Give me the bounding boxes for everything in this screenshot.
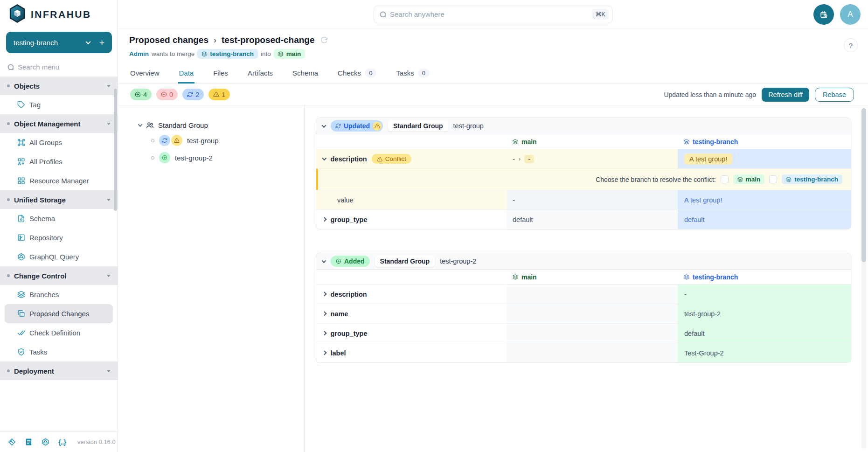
diff-column-headers: main testing-branch: [316, 270, 851, 284]
reload-icon[interactable]: [320, 36, 328, 44]
tab-data[interactable]: Data: [178, 64, 195, 83]
sidebar-item-branches[interactable]: Branches: [0, 285, 118, 304]
sidebar-item-all-profiles[interactable]: All Profiles: [0, 152, 118, 171]
user-avatar[interactable]: A: [840, 4, 861, 25]
refresh-icon: [335, 123, 341, 129]
add-branch-icon[interactable]: +: [99, 38, 104, 47]
attribute-toggle-description[interactable]: description: [316, 285, 507, 304]
resolve-main-checkbox[interactable]: [721, 175, 729, 183]
nav-group-object-management[interactable]: Object Management: [0, 114, 118, 133]
sidebar-item-artifact[interactable]: Artifact: [0, 380, 118, 385]
removed-count-badge: 0: [156, 89, 178, 100]
main-value-cell: default: [507, 210, 678, 229]
diff-row-group-type: group_type default default: [316, 209, 851, 229]
plus-circle-icon: [135, 91, 141, 97]
main-value-cell: -: [507, 190, 678, 209]
nav-group-objects[interactable]: Objects: [0, 76, 118, 95]
git-icon[interactable]: [8, 438, 16, 446]
branch-selector[interactable]: testing-branch +: [6, 32, 112, 53]
chevron-right-icon: [322, 331, 326, 335]
app-logo-text: INFRAHUB: [31, 9, 91, 20]
nav-group-change-control[interactable]: Change Control: [0, 266, 118, 285]
attribute-toggle-label[interactable]: label: [316, 343, 507, 362]
app-version: version 0.16.0: [77, 438, 116, 445]
chevron-right-icon: [322, 312, 326, 316]
global-search[interactable]: ⌘K: [374, 6, 612, 23]
chevron-down-icon: [85, 39, 90, 44]
resolve-main-badge[interactable]: main: [733, 174, 765, 184]
merge-author[interactable]: Admin: [129, 50, 149, 57]
graphql-playground-icon[interactable]: [42, 438, 49, 446]
sidebar-item-tag[interactable]: Tag: [0, 95, 118, 114]
sidebar-item-schema[interactable]: Schema: [0, 209, 118, 228]
topbar: ⌘K A: [118, 0, 868, 29]
sidebar-item-proposed-changes[interactable]: Proposed Changes: [5, 304, 113, 323]
attribute-toggle-description[interactable]: description Conflict: [316, 149, 507, 168]
merge-summary: Admin wants to merge testing-branch into…: [129, 49, 857, 59]
sidebar-item-tasks[interactable]: Tasks: [0, 342, 118, 362]
breadcrumb: Proposed changes › test-proposed-change: [129, 35, 857, 45]
breadcrumb-proposed-changes[interactable]: Proposed changes: [129, 35, 208, 45]
source-branch-badge[interactable]: testing-branch: [197, 49, 258, 59]
tab-artifacts[interactable]: Artifacts: [247, 64, 274, 83]
global-search-input[interactable]: [390, 10, 588, 18]
tree-node-test-group[interactable]: test-group: [151, 134, 304, 146]
rebase-button[interactable]: Rebase: [815, 88, 854, 102]
added-chip-icon: [159, 152, 170, 163]
tab-files[interactable]: Files: [212, 64, 229, 83]
profiles-icon: [17, 158, 25, 166]
nav-group-unified-storage[interactable]: Unified Storage: [0, 190, 118, 209]
bullet-icon: [151, 156, 154, 160]
sidebar-item-check-definition[interactable]: Check Definition: [0, 323, 118, 342]
group-dot-icon: [7, 122, 10, 125]
diff-card-test-group: Updated Standard Group test-group main: [316, 118, 851, 229]
refresh-diff-button[interactable]: Refresh diff: [762, 88, 809, 102]
tag-icon: [17, 101, 25, 109]
branch-layers-icon: [513, 139, 518, 145]
sidebar-search-input[interactable]: [18, 63, 97, 71]
diff-card-header[interactable]: Added Standard Group test-group-2: [316, 253, 851, 270]
sidebar-item-all-groups[interactable]: All Groups: [0, 133, 118, 152]
attribute-toggle-group-type[interactable]: group_type: [316, 210, 507, 229]
tree-node-standard-group[interactable]: Standard Group: [139, 121, 304, 129]
app-root: INFRAHUB testing-branch + Objects Tag: [0, 0, 868, 452]
tab-overview[interactable]: Overview: [129, 64, 160, 83]
group-dot-icon: [7, 274, 10, 277]
diff-row-description-value: value - A test group!: [316, 190, 851, 209]
sidebar-item-repository[interactable]: Repository: [0, 228, 118, 247]
app-logo[interactable]: INFRAHUB: [0, 0, 118, 29]
bullet-icon: [151, 139, 154, 142]
resolve-testing-branch-badge[interactable]: testing-branch: [782, 174, 842, 184]
diff-card-header[interactable]: Updated Standard Group test-group: [316, 118, 851, 134]
tab-schema[interactable]: Schema: [292, 64, 319, 83]
sidebar-footer: {..} version 0.16.0: [0, 431, 118, 452]
branch-value-cell: A test group!: [678, 149, 851, 168]
resolve-testing-branch-checkbox[interactable]: [769, 175, 777, 183]
sidebar-item-resource-manager[interactable]: Resource Manager: [0, 171, 118, 190]
diff-column-headers: main testing-branch: [316, 134, 851, 149]
chevron-right-icon: [322, 292, 326, 296]
sidebar-scrollbar-thumb[interactable]: [114, 89, 117, 211]
branch-value-cell: Test-Group-2: [678, 343, 851, 362]
attribute-toggle-group-type[interactable]: group_type: [316, 324, 507, 343]
sidebar-item-graphql-query[interactable]: GraphQL Query: [0, 247, 118, 266]
help-button[interactable]: ?: [844, 38, 858, 52]
docs-icon[interactable]: [25, 438, 33, 446]
main-scrollbar[interactable]: [861, 108, 866, 448]
target-branch-badge[interactable]: main: [274, 49, 306, 59]
collapse-triangle-icon: [107, 370, 111, 372]
new-value-chip: -: [524, 155, 534, 163]
tasks-calendar-button[interactable]: [813, 4, 834, 25]
nav-group-deployment[interactable]: Deployment: [0, 362, 118, 380]
tab-checks[interactable]: Checks0: [337, 64, 377, 83]
collapse-triangle-icon: [107, 275, 111, 277]
minus-circle-icon: [161, 91, 167, 97]
diff-content: Standard Group test-group: [118, 105, 868, 452]
tree-node-test-group-2[interactable]: test-group-2: [151, 152, 304, 164]
main-scrollbar-thumb[interactable]: [861, 108, 866, 262]
attribute-toggle-name[interactable]: name: [316, 304, 507, 323]
breadcrumb-current-page: test-proposed-change: [222, 35, 315, 45]
tab-tasks[interactable]: Tasks0: [395, 64, 431, 83]
search-icon: [7, 64, 14, 70]
json-braces-icon[interactable]: {..}: [58, 438, 66, 446]
